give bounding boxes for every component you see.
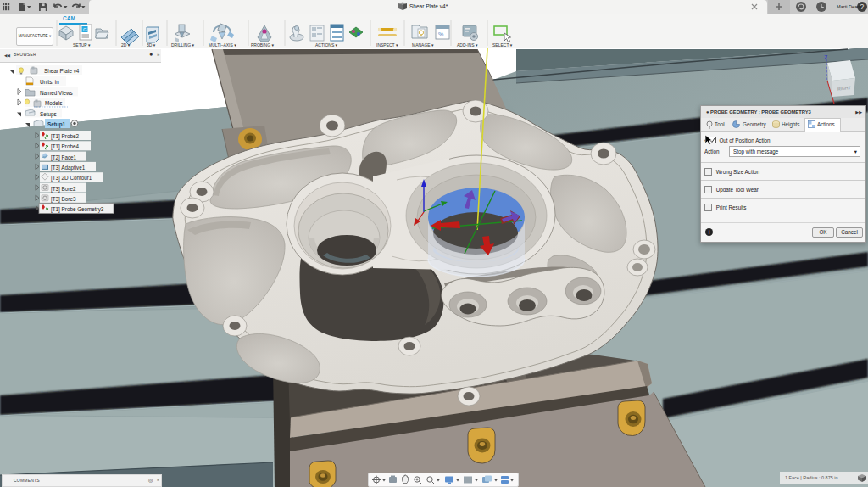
svg-text:Setups: Setups (40, 111, 57, 118)
svg-text:[T2] Face1: [T2] Face1 (51, 154, 77, 161)
svg-text:[T3] Bore2: [T3] Bore2 (51, 186, 76, 193)
svg-text:Named Views: Named Views (40, 90, 73, 96)
svg-text:[T3] Adaptive1: [T3] Adaptive1 (51, 165, 86, 171)
svg-text:Shear Plate v4: Shear Plate v4 (44, 68, 80, 74)
svg-text:Setup1: Setup1 (47, 121, 65, 128)
svg-text:[T1] Probe2: [T1] Probe2 (51, 133, 79, 140)
svg-text:[T1] Probe4: [T1] Probe4 (51, 143, 79, 150)
svg-text:Models: Models (45, 100, 62, 106)
svg-text:G: G (83, 27, 87, 32)
svg-text:%: % (438, 31, 443, 37)
svg-text:Units: in: Units: in (40, 79, 59, 85)
svg-text:[T3] 2D Contour1: [T3] 2D Contour1 (51, 175, 92, 182)
svg-text:[T3] Bore3: [T3] Bore3 (51, 196, 76, 203)
svg-text:Z: Z (824, 54, 828, 60)
svg-text:[T1] Probe Geometry3: [T1] Probe Geometry3 (51, 206, 104, 213)
